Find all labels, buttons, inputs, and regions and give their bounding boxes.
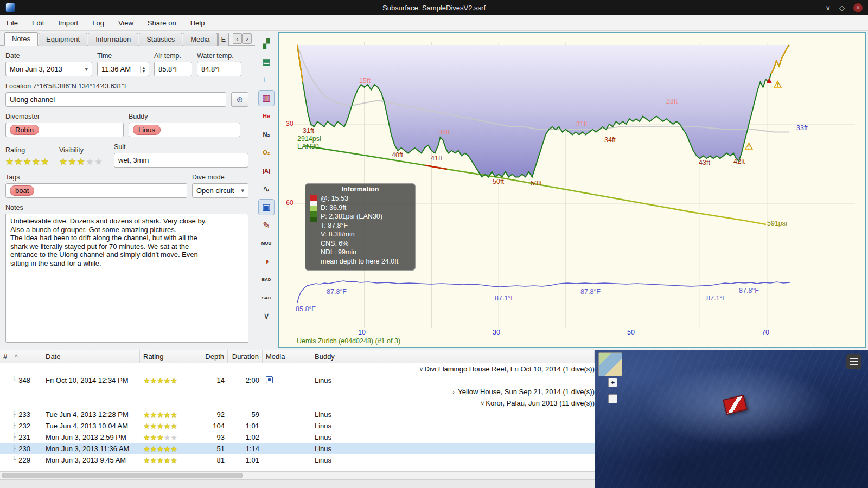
tab-statistics[interactable]: Statistics	[139, 33, 182, 46]
grid-toggle-icon-button[interactable]: ▤	[258, 54, 275, 70]
dive-row[interactable]: ├233Tue Jun 4, 2013 12:28 PM★★★★★9259Lin…	[0, 409, 595, 420]
buddy-chip[interactable]: Linus	[133, 125, 161, 135]
warning-icon: ⚠	[744, 141, 754, 151]
chart-label: 87.8°F	[580, 288, 601, 296]
photos-icon-button[interactable]: ▣	[258, 199, 275, 215]
divemaster-input[interactable]: Robin	[5, 123, 124, 137]
column-header-date[interactable]: Date	[42, 350, 140, 363]
menu-edit[interactable]: Edit	[32, 19, 44, 27]
ruler-axes-icon-button[interactable]: ∟	[258, 72, 275, 88]
date-select[interactable]: Mon Jun 3, 2013 ▾	[5, 62, 92, 76]
time-input[interactable]: 11:36 AM ▴▾	[97, 62, 149, 76]
tab-notes[interactable]: Notes	[4, 32, 38, 46]
deco-time-icon-button[interactable]: ◑	[258, 253, 275, 269]
chart-label: 60	[286, 199, 293, 207]
star-filled-icon: ★	[170, 410, 177, 419]
water-temp-input[interactable]: 84.8°F	[197, 62, 241, 76]
notes-textarea[interactable]: Unbelievable dive. Dozens and dozens of …	[5, 214, 248, 343]
minimap-overview[interactable]	[598, 352, 622, 376]
menu-view[interactable]: View	[118, 19, 133, 27]
tag-chip[interactable]: boat	[10, 185, 34, 196]
tab-scroll-left-icon[interactable]: ‹	[233, 33, 242, 44]
menu-share-on[interactable]: Share on	[148, 19, 176, 27]
mod-icon-button[interactable]: MOD	[258, 235, 275, 252]
star-filled-icon: ★	[157, 410, 164, 419]
buddy-input[interactable]: Linus	[129, 123, 240, 137]
rating-stars[interactable]: ★★★★★	[5, 158, 49, 166]
dive-row[interactable]: ├231Mon Jun 3, 2013 2:59 PM★★★★★931:02Li…	[0, 432, 595, 443]
time-value: 11:36 AM	[101, 65, 131, 73]
divemaster-chip[interactable]: Robin	[10, 125, 39, 135]
menu-file[interactable]: File	[7, 19, 18, 27]
scrollbar-thumb[interactable]	[2, 473, 243, 478]
dive-depth: 92	[197, 410, 228, 419]
column-header-buddy[interactable]: Buddy	[311, 350, 595, 363]
air-temp-input[interactable]: 85.8°F	[154, 62, 192, 76]
tags-input[interactable]: boat	[5, 183, 187, 198]
maximize-window-icon[interactable]: ◇	[839, 4, 845, 12]
collapse-icon[interactable]: ∨	[477, 400, 482, 407]
column-header-depth[interactable]: Depth	[197, 350, 228, 363]
spinner-icons[interactable]: ▴▾	[140, 66, 145, 73]
profile-scale-icon-button[interactable]: ▥	[258, 90, 275, 106]
nitrogen-icon-button[interactable]: N₂	[258, 126, 275, 143]
map-menu-button[interactable]	[846, 354, 861, 369]
suit-input[interactable]: wet, 3mm	[114, 153, 248, 168]
map-zoom-in-button[interactable]: +	[608, 378, 617, 387]
star-filled-icon: ★	[41, 157, 49, 167]
collapse-icon[interactable]: ∨	[416, 365, 421, 373]
column-header-duration[interactable]: Duration	[228, 350, 263, 363]
heart-rate-icon-button[interactable]: ∿	[258, 181, 275, 197]
menu-import[interactable]: Import	[58, 19, 78, 27]
pen-icon-button[interactable]: ✎	[258, 217, 275, 233]
tab-media[interactable]: Media	[183, 33, 217, 46]
dive-depth: 104	[197, 422, 228, 430]
menu-log[interactable]: Log	[92, 19, 104, 27]
mod-icon: MOD	[261, 241, 272, 246]
chart-label: 85.8°F	[296, 305, 316, 313]
tab-scroll-right-icon[interactable]: ›	[242, 33, 252, 44]
media-icon[interactable]	[266, 376, 273, 383]
visibility-stars[interactable]: ★★★★★	[59, 158, 103, 166]
expand-icon[interactable]: ›	[449, 389, 455, 395]
menu-help[interactable]: Help	[190, 19, 205, 27]
dive-row[interactable]: └229Mon Jun 3, 2013 9:45 AM★★★★★811:01Li…	[0, 454, 595, 466]
shade-window-icon[interactable]: ∨	[825, 4, 831, 12]
column-header-rating[interactable]: Rating	[140, 350, 197, 363]
sac-icon-button[interactable]: SAC	[258, 290, 275, 306]
dive-mode-select[interactable]: Open circuit ▾	[192, 183, 248, 198]
profile-swim-icon-button[interactable]: ▞	[258, 35, 275, 52]
trip-row[interactable]: ∨Divi Flamingo House Reef, Fri Oct 10, 2…	[0, 363, 595, 375]
toolbar-more-icon-button[interactable]: ∨	[258, 308, 275, 324]
trip-row[interactable]: ∨Koror, Palau, Jun 2013 (11 dive(s))	[0, 397, 595, 409]
star-filled-icon: ★	[59, 157, 68, 167]
dive-flag-marker[interactable]	[723, 395, 748, 415]
horizontal-scrollbar[interactable]	[0, 471, 595, 479]
dive-row[interactable]: ├232Tue Jun 4, 2013 10:04 AM★★★★★1041:01…	[0, 420, 595, 432]
toolbar-more-icon: ∨	[263, 311, 270, 321]
ambient-pressure-icon-button[interactable]: |A|	[258, 163, 275, 179]
subsurface-window: Subsurface: SampleDivesV2.ssrf ∨ ◇ × Fil…	[0, 0, 868, 488]
tree-branch: ├	[12, 445, 16, 453]
helium-icon-button[interactable]: He	[258, 108, 275, 124]
dive-row[interactable]: ├230Mon Jun 3, 2013 11:36 AM★★★★★511:14L…	[0, 443, 595, 454]
time-label: Time	[97, 52, 149, 60]
location-input[interactable]: Ulong channel	[5, 92, 226, 107]
trip-row[interactable]: ›Yellow House, Sun Sep 21, 2014 (1 dive(…	[0, 386, 595, 397]
dive-row[interactable]: └348Fri Oct 10, 2014 12:34 PM★★★★★142:00…	[0, 375, 595, 386]
tab-e[interactable]: E	[218, 33, 229, 46]
close-window-icon[interactable]: ×	[853, 3, 863, 12]
map-zoom-out-button[interactable]: −	[608, 394, 617, 403]
map-panel[interactable]: + −	[595, 350, 868, 488]
column-header-[interactable]: #^	[0, 350, 42, 363]
tree-branch: ├	[12, 422, 16, 430]
ead-icon-button[interactable]: EAD	[258, 272, 275, 288]
tags-label: Tags	[5, 174, 187, 181]
dive-profile-chart[interactable]: 15ft28ft31ft2914psiEAN3035ft31ft34ft40ft…	[278, 32, 866, 348]
tab-equipment[interactable]: Equipment	[39, 33, 87, 46]
column-header-media[interactable]: Media	[263, 350, 311, 363]
tab-information[interactable]: Information	[88, 33, 138, 46]
star-rating: ★★★★★	[59, 157, 103, 167]
oxygen-icon-button[interactable]: O₂	[258, 144, 275, 160]
map-globe-button[interactable]: ⊕	[231, 92, 248, 107]
